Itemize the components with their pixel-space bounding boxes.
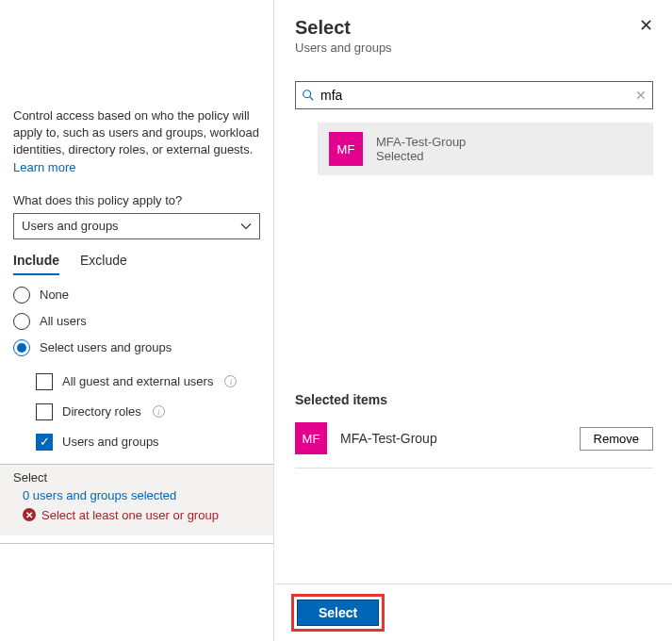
select-flyout-panel: Select Users and groups ✕ ✕ MF MFA-Test-… [273, 0, 672, 641]
search-icon [302, 89, 315, 102]
divider [0, 543, 273, 544]
avatar: MF [295, 422, 327, 454]
checkbox-guest-users[interactable]: All guest and external users i [36, 373, 260, 390]
checkbox-icon [36, 403, 53, 420]
search-input[interactable] [320, 88, 630, 103]
error-icon: ✕ [23, 508, 36, 521]
left-panel: Control access based on who the policy w… [0, 0, 273, 641]
apply-to-value: Users and groups [22, 219, 119, 233]
radio-all-label: All users [40, 314, 87, 328]
search-box[interactable]: ✕ [295, 81, 653, 109]
tab-exclude[interactable]: Exclude [80, 253, 127, 275]
checkbox-directory-roles[interactable]: Directory roles i [36, 403, 260, 420]
checkbox-roles-label: Directory roles [62, 404, 141, 419]
svg-point-0 [303, 90, 311, 98]
search-result-item[interactable]: MF MFA-Test-Group Selected [318, 123, 653, 175]
result-name: MFA-Test-Group [376, 135, 466, 149]
select-summary-header: Select [13, 470, 260, 485]
close-icon[interactable]: ✕ [639, 17, 653, 34]
radio-none[interactable]: None [13, 287, 260, 304]
selected-item-name: MFA-Test-Group [340, 431, 566, 446]
panel-title: Select [295, 17, 392, 39]
subscope-checkbox-group: All guest and external users i Directory… [36, 373, 260, 451]
info-icon[interactable]: i [153, 405, 165, 418]
include-exclude-tabs: Include Exclude [13, 253, 260, 275]
radio-all-users[interactable]: All users [13, 313, 260, 330]
checkbox-groups-label: Users and groups [62, 435, 159, 449]
apply-to-dropdown[interactable]: Users and groups [13, 213, 260, 239]
radio-none-label: None [40, 288, 69, 302]
avatar: MF [329, 132, 363, 166]
svg-line-1 [310, 97, 314, 101]
checkbox-users-groups[interactable]: ✓ Users and groups [36, 434, 260, 451]
selected-count-link[interactable]: 0 users and groups selected [23, 488, 260, 502]
radio-icon-selected [13, 339, 30, 356]
apply-to-label: What does this policy apply to? [13, 193, 260, 207]
error-text: Select at least one user or group [41, 508, 219, 522]
panel-footer: Select [274, 583, 672, 641]
selected-items-header: Selected items [295, 392, 653, 407]
tab-include[interactable]: Include [13, 253, 59, 275]
result-status: Selected [376, 149, 466, 163]
checkbox-icon [36, 373, 53, 390]
validation-error: ✕ Select at least one user or group [23, 508, 260, 522]
chevron-down-icon [240, 221, 252, 232]
radio-select-users-groups[interactable]: Select users and groups [13, 339, 260, 356]
policy-description: Control access based on who the policy w… [13, 107, 260, 176]
radio-icon [13, 313, 30, 330]
info-icon[interactable]: i [224, 375, 237, 387]
clear-search-icon[interactable]: ✕ [635, 88, 647, 103]
result-text: MFA-Test-Group Selected [376, 135, 466, 163]
panel-subtitle: Users and groups [295, 41, 392, 55]
description-text: Control access based on who the policy w… [13, 108, 259, 156]
checkbox-guest-label: All guest and external users [62, 374, 213, 388]
selected-item-row: MF MFA-Test-Group Remove [295, 422, 653, 468]
remove-button[interactable]: Remove [580, 427, 653, 451]
radio-select-label: Select users and groups [40, 340, 172, 354]
scope-radio-group: None All users Select users and groups [13, 287, 260, 356]
select-button[interactable]: Select [297, 600, 379, 626]
radio-icon [13, 287, 30, 304]
checkbox-icon-checked: ✓ [36, 434, 53, 451]
select-summary-section: Select 0 users and groups selected ✕ Sel… [0, 464, 273, 535]
highlight-annotation: Select [291, 594, 385, 632]
learn-more-link[interactable]: Learn more [13, 160, 75, 174]
